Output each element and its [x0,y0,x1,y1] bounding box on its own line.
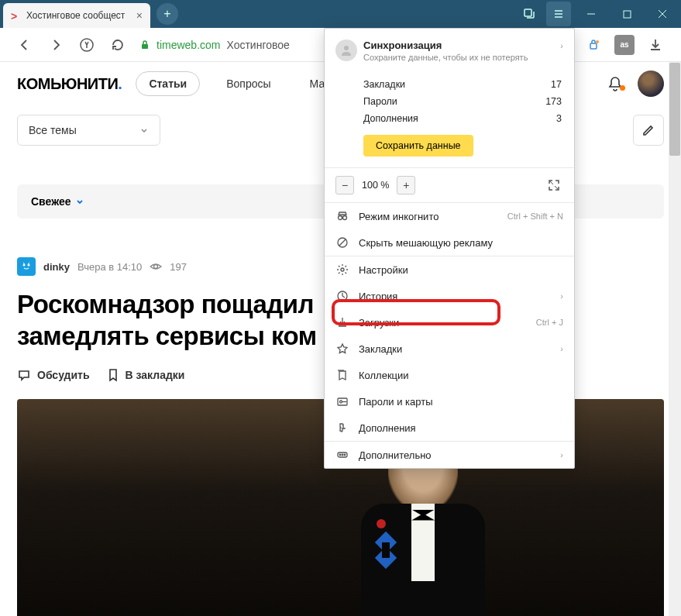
notification-dot-icon [620,85,625,91]
svg-point-11 [596,40,599,43]
fullscreen-button[interactable] [545,176,563,194]
chevron-right-icon: › [560,344,563,353]
sync-avatar-icon [335,40,357,61]
tab-favicon-icon: > [11,10,22,21]
nav-back-button[interactable] [15,36,34,54]
svg-point-20 [343,216,347,220]
yandex-home-icon[interactable] [77,36,96,54]
main-menu-button[interactable] [546,2,571,26]
gear-icon [335,263,349,277]
tab-overview-icon[interactable] [517,2,542,26]
chevron-down-icon [139,126,149,135]
collections-icon [335,368,349,382]
chevron-down-icon [75,197,84,206]
menu-addons[interactable]: Дополнения [325,415,574,441]
topic-dropdown[interactable]: Все темы [17,115,160,146]
sync-row-bookmarks: Закладки17 [363,76,562,93]
menu-shortcut: Ctrl + Shift + N [507,212,563,221]
bookmark-button[interactable]: В закладки [107,368,185,382]
passwords-icon [335,394,349,408]
browser-tab[interactable]: > Хостинговое сообщест × [3,3,150,28]
chevron-right-icon: › [560,291,563,301]
edit-button[interactable] [633,115,664,146]
author-name[interactable]: dinky [43,261,70,273]
block-icon [335,236,349,249]
nav-questions[interactable]: Вопросы [214,72,283,95]
nav-articles[interactable]: Статьи [136,71,200,96]
tab-title: Хостинговое сообщест [26,10,132,21]
zoom-value: 100 % [362,180,389,191]
more-icon [335,448,349,462]
notifications-button[interactable] [607,75,624,92]
svg-point-14 [154,265,158,269]
author-avatar-icon[interactable] [17,257,36,276]
window-minimize-button[interactable] [576,2,607,26]
scrollbar[interactable] [669,62,681,616]
zoom-out-button[interactable]: − [335,176,354,194]
svg-rect-5 [624,11,631,18]
svg-rect-17 [382,542,390,558]
zoom-controls: − 100 % + [325,167,574,203]
puzzle-icon [335,421,349,435]
svg-rect-9 [142,44,148,49]
svg-point-26 [340,401,342,403]
menu-settings[interactable]: Настройки [325,256,574,283]
star-icon [335,342,349,356]
views-icon [150,260,162,273]
browser-main-menu: Синхронизация Сохраните данные, чтобы их… [324,28,575,469]
user-avatar[interactable] [638,71,664,97]
window-maximize-button[interactable] [611,2,642,26]
history-icon [335,289,349,303]
chevron-right-icon: › [560,41,563,50]
save-data-button[interactable]: Сохранить данные [363,135,473,157]
incognito-icon [335,209,349,223]
svg-point-28 [339,454,341,456]
svg-point-30 [344,454,346,456]
site-logo[interactable]: КОМЬЮНИТИ. [17,75,122,93]
svg-point-29 [342,454,343,456]
discuss-button[interactable]: Обсудить [17,368,90,382]
sync-section[interactable]: Синхронизация Сохраните данные, чтобы их… [325,29,574,73]
svg-point-18 [344,46,349,50]
menu-history[interactable]: История › [325,283,574,309]
sync-row-addons: Дополнения3 [363,110,562,127]
menu-shortcut: Ctrl + J [536,318,563,327]
post-time: Вчера в 14:10 [77,261,142,273]
scroll-thumb[interactable] [669,63,680,156]
nav-reload-button[interactable] [108,36,127,54]
menu-bookmarks[interactable]: Закладки › [325,336,574,362]
menu-hide-ads[interactable]: Скрыть мешающую рекламу [325,229,574,256]
menu-more[interactable]: Дополнительно › [325,442,574,468]
svg-rect-10 [590,43,597,49]
url-page-title: Хостинговое [226,39,289,51]
new-tab-button[interactable]: + [156,3,178,25]
browser-titlebar: > Хостинговое сообщест × + [0,0,681,28]
sync-title: Синхронизация [363,40,562,51]
rkn-logo-icon [366,531,405,570]
menu-collections[interactable]: Коллекции [325,362,574,388]
sync-subtitle: Сохраните данные, чтобы их не потерять [363,53,562,62]
svg-point-23 [341,268,344,271]
zoom-in-button[interactable]: + [397,176,415,194]
lastfm-extension-icon[interactable]: as [614,35,635,55]
svg-rect-0 [525,9,531,16]
menu-downloads[interactable]: Загрузки Ctrl + J [325,309,574,336]
menu-passwords[interactable]: Пароли и карты [325,388,574,415]
svg-point-19 [339,216,342,220]
svg-point-12 [23,264,26,267]
lock-icon [139,40,150,50]
menu-incognito[interactable]: Режим инкогнито Ctrl + Shift + N [325,203,574,229]
nav-forward-button[interactable] [46,36,65,54]
window-close-button[interactable] [647,2,678,26]
sync-row-passwords: Пароли173 [363,93,562,110]
protect-icon[interactable] [583,35,604,55]
views-count: 197 [170,261,187,273]
svg-line-22 [339,239,346,246]
download-icon [335,315,349,329]
chevron-right-icon: › [560,450,563,459]
tab-close-icon[interactable]: × [136,9,143,22]
downloads-icon[interactable] [645,35,666,55]
url-domain: timeweb.com [156,39,220,51]
svg-point-13 [28,264,30,267]
